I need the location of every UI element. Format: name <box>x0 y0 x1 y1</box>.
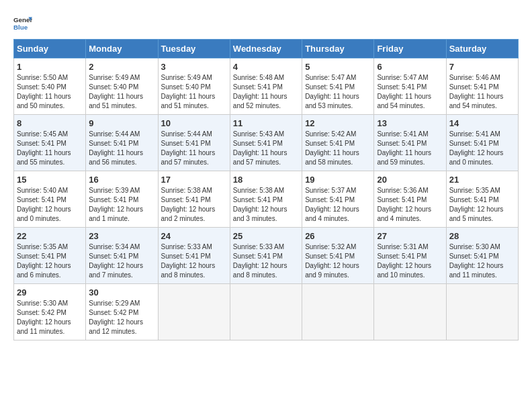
calendar-cell: 27 Sunrise: 5:31 AMSunset: 5:41 PMDaylig… <box>374 228 446 284</box>
calendar-table: SundayMondayTuesdayWednesdayThursdayFrid… <box>13 39 519 340</box>
day-number: 27 <box>377 231 443 241</box>
day-info: Sunrise: 5:41 AMSunset: 5:41 PMDaylight:… <box>449 130 515 167</box>
calendar-cell: 26 Sunrise: 5:32 AMSunset: 5:41 PMDaylig… <box>302 228 374 284</box>
day-number: 12 <box>305 118 371 128</box>
calendar-cell: 13 Sunrise: 5:41 AMSunset: 5:41 PMDaylig… <box>374 115 446 171</box>
calendar-cell: 23 Sunrise: 5:34 AMSunset: 5:41 PMDaylig… <box>86 228 158 284</box>
day-info: Sunrise: 5:39 AMSunset: 5:41 PMDaylight:… <box>89 186 154 224</box>
day-number: 2 <box>89 62 154 72</box>
weekday-header: Friday <box>374 40 446 58</box>
day-number: 29 <box>17 287 83 298</box>
day-number: 11 <box>233 118 299 128</box>
day-info: Sunrise: 5:33 AMSunset: 5:41 PMDaylight:… <box>233 242 299 280</box>
calendar-cell: 10 Sunrise: 5:44 AMSunset: 5:41 PMDaylig… <box>158 115 230 171</box>
day-number: 10 <box>161 118 227 128</box>
day-number: 18 <box>233 175 299 185</box>
calendar-cell: 20 Sunrise: 5:36 AMSunset: 5:41 PMDaylig… <box>374 171 446 228</box>
page-header: General Blue <box>13 13 519 32</box>
day-info: Sunrise: 5:35 AMSunset: 5:41 PMDaylight:… <box>17 242 83 280</box>
day-info: Sunrise: 5:42 AMSunset: 5:41 PMDaylight:… <box>305 130 371 167</box>
calendar-week-row: 15 Sunrise: 5:40 AMSunset: 5:41 PMDaylig… <box>14 171 519 228</box>
day-info: Sunrise: 5:49 AMSunset: 5:40 PMDaylight:… <box>161 73 227 111</box>
weekday-header: Wednesday <box>230 40 302 58</box>
calendar-cell: 7 Sunrise: 5:46 AMSunset: 5:41 PMDayligh… <box>446 58 518 115</box>
day-info: Sunrise: 5:30 AMSunset: 5:41 PMDaylight:… <box>449 242 515 280</box>
day-number: 26 <box>305 231 371 241</box>
day-info: Sunrise: 5:36 AMSunset: 5:41 PMDaylight:… <box>377 186 443 224</box>
calendar-cell <box>446 284 518 340</box>
day-info: Sunrise: 5:30 AMSunset: 5:42 PMDaylight:… <box>17 299 83 336</box>
calendar-week-row: 8 Sunrise: 5:45 AMSunset: 5:41 PMDayligh… <box>14 115 519 171</box>
svg-text:Blue: Blue <box>13 24 28 31</box>
day-number: 17 <box>161 175 227 185</box>
calendar-week-row: 1 Sunrise: 5:50 AMSunset: 5:40 PMDayligh… <box>14 58 519 115</box>
calendar-cell: 14 Sunrise: 5:41 AMSunset: 5:41 PMDaylig… <box>446 115 518 171</box>
day-number: 21 <box>449 175 515 185</box>
day-info: Sunrise: 5:34 AMSunset: 5:41 PMDaylight:… <box>89 242 154 280</box>
day-number: 4 <box>233 62 299 72</box>
day-info: Sunrise: 5:31 AMSunset: 5:41 PMDaylight:… <box>377 242 443 280</box>
weekday-header: Tuesday <box>158 40 230 58</box>
calendar-cell <box>158 284 230 340</box>
day-info: Sunrise: 5:41 AMSunset: 5:41 PMDaylight:… <box>377 130 443 167</box>
day-info: Sunrise: 5:37 AMSunset: 5:41 PMDaylight:… <box>305 186 371 224</box>
day-info: Sunrise: 5:47 AMSunset: 5:41 PMDaylight:… <box>305 73 371 111</box>
day-number: 3 <box>161 62 227 72</box>
weekday-header: Sunday <box>14 40 86 58</box>
day-number: 22 <box>17 231 83 241</box>
day-info: Sunrise: 5:38 AMSunset: 5:41 PMDaylight:… <box>233 186 299 224</box>
weekday-header-row: SundayMondayTuesdayWednesdayThursdayFrid… <box>14 40 519 58</box>
day-info: Sunrise: 5:50 AMSunset: 5:40 PMDaylight:… <box>17 73 83 111</box>
day-number: 28 <box>449 231 515 241</box>
calendar-cell: 22 Sunrise: 5:35 AMSunset: 5:41 PMDaylig… <box>14 228 86 284</box>
calendar-cell: 2 Sunrise: 5:49 AMSunset: 5:40 PMDayligh… <box>86 58 158 115</box>
day-number: 25 <box>233 231 299 241</box>
day-info: Sunrise: 5:33 AMSunset: 5:41 PMDaylight:… <box>161 242 227 280</box>
day-number: 23 <box>89 231 154 241</box>
logo-icon: General Blue <box>13 13 32 32</box>
weekday-header: Saturday <box>446 40 518 58</box>
day-info: Sunrise: 5:44 AMSunset: 5:41 PMDaylight:… <box>89 130 154 167</box>
day-number: 7 <box>449 62 515 72</box>
calendar-cell: 6 Sunrise: 5:47 AMSunset: 5:41 PMDayligh… <box>374 58 446 115</box>
calendar-cell: 25 Sunrise: 5:33 AMSunset: 5:41 PMDaylig… <box>230 228 302 284</box>
day-info: Sunrise: 5:29 AMSunset: 5:42 PMDaylight:… <box>89 299 154 336</box>
day-number: 5 <box>305 62 371 72</box>
day-info: Sunrise: 5:49 AMSunset: 5:40 PMDaylight:… <box>89 73 154 111</box>
day-number: 20 <box>377 175 443 185</box>
day-number: 13 <box>377 118 443 128</box>
calendar-cell: 24 Sunrise: 5:33 AMSunset: 5:41 PMDaylig… <box>158 228 230 284</box>
calendar-cell <box>374 284 446 340</box>
day-number: 14 <box>449 118 515 128</box>
day-info: Sunrise: 5:46 AMSunset: 5:41 PMDaylight:… <box>449 73 515 111</box>
svg-text:General: General <box>13 16 32 24</box>
weekday-header: Monday <box>86 40 158 58</box>
day-number: 15 <box>17 175 83 185</box>
calendar-cell: 5 Sunrise: 5:47 AMSunset: 5:41 PMDayligh… <box>302 58 374 115</box>
day-info: Sunrise: 5:43 AMSunset: 5:41 PMDaylight:… <box>233 130 299 167</box>
calendar-cell: 15 Sunrise: 5:40 AMSunset: 5:41 PMDaylig… <box>14 171 86 228</box>
calendar-cell: 12 Sunrise: 5:42 AMSunset: 5:41 PMDaylig… <box>302 115 374 171</box>
day-info: Sunrise: 5:32 AMSunset: 5:41 PMDaylight:… <box>305 242 371 280</box>
day-info: Sunrise: 5:48 AMSunset: 5:41 PMDaylight:… <box>233 73 299 111</box>
weekday-header: Thursday <box>302 40 374 58</box>
day-number: 9 <box>89 118 154 128</box>
day-info: Sunrise: 5:44 AMSunset: 5:41 PMDaylight:… <box>161 130 227 167</box>
calendar-cell: 17 Sunrise: 5:38 AMSunset: 5:41 PMDaylig… <box>158 171 230 228</box>
calendar-cell: 16 Sunrise: 5:39 AMSunset: 5:41 PMDaylig… <box>86 171 158 228</box>
calendar-cell: 9 Sunrise: 5:44 AMSunset: 5:41 PMDayligh… <box>86 115 158 171</box>
day-number: 30 <box>89 287 154 298</box>
calendar-cell: 11 Sunrise: 5:43 AMSunset: 5:41 PMDaylig… <box>230 115 302 171</box>
calendar-cell: 30 Sunrise: 5:29 AMSunset: 5:42 PMDaylig… <box>86 284 158 340</box>
day-number: 24 <box>161 231 227 241</box>
calendar-cell: 19 Sunrise: 5:37 AMSunset: 5:41 PMDaylig… <box>302 171 374 228</box>
calendar-cell: 18 Sunrise: 5:38 AMSunset: 5:41 PMDaylig… <box>230 171 302 228</box>
calendar-cell <box>302 284 374 340</box>
calendar-cell <box>230 284 302 340</box>
day-info: Sunrise: 5:40 AMSunset: 5:41 PMDaylight:… <box>17 186 83 224</box>
calendar-cell: 3 Sunrise: 5:49 AMSunset: 5:40 PMDayligh… <box>158 58 230 115</box>
day-number: 8 <box>17 118 83 128</box>
calendar-cell: 21 Sunrise: 5:35 AMSunset: 5:41 PMDaylig… <box>446 171 518 228</box>
calendar-week-row: 29 Sunrise: 5:30 AMSunset: 5:42 PMDaylig… <box>14 284 519 340</box>
calendar-cell: 28 Sunrise: 5:30 AMSunset: 5:41 PMDaylig… <box>446 228 518 284</box>
